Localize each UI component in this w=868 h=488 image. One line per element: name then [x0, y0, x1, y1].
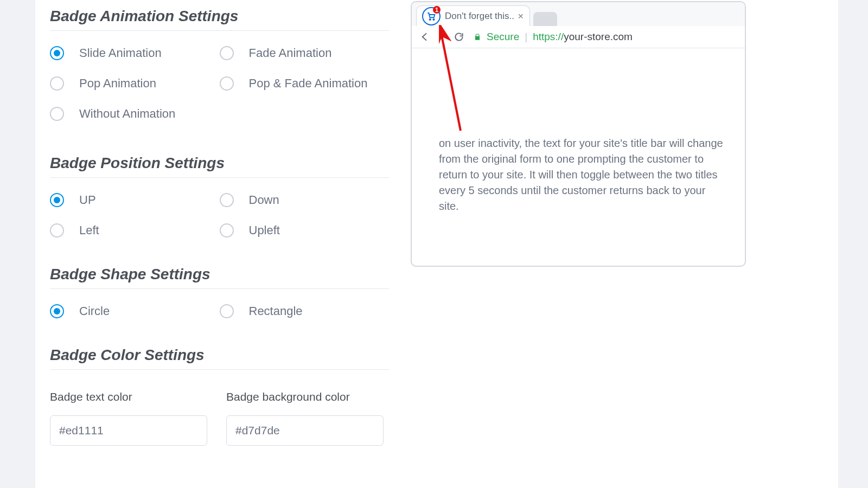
back-icon[interactable]	[416, 29, 432, 45]
radio-icon	[220, 76, 234, 91]
radio-pop-animation[interactable]: Pop Animation	[50, 76, 220, 91]
radio-icon	[50, 76, 64, 91]
radio-label: Upleft	[249, 223, 280, 237]
forward-icon	[433, 29, 450, 45]
radio-label: UP	[79, 193, 96, 207]
radio-icon	[220, 223, 234, 237]
animation-options: Slide Animation Fade Animation Pop Anima…	[50, 46, 389, 137]
separator: |	[525, 31, 527, 43]
color-input-wrap	[50, 415, 207, 446]
reload-icon[interactable]	[451, 29, 467, 45]
radio-label: Pop Animation	[79, 76, 156, 91]
radio-without-animation[interactable]: Without Animation	[50, 107, 229, 121]
color-input-wrap	[226, 415, 384, 446]
close-icon[interactable]: ✕	[518, 12, 524, 21]
radio-left[interactable]: Left	[50, 223, 220, 237]
radio-slide-animation[interactable]: Slide Animation	[50, 46, 220, 60]
radio-icon	[220, 46, 234, 60]
badge-bg-color-input[interactable]	[227, 416, 384, 445]
svg-point-0	[430, 18, 431, 20]
secure-label: Secure	[487, 31, 519, 43]
radio-icon	[50, 46, 64, 60]
radio-upleft[interactable]: Upleft	[220, 223, 390, 237]
radio-circle[interactable]: Circle	[50, 304, 220, 318]
radio-icon	[50, 193, 64, 207]
settings-form: Badge Animation Settings Slide Animation…	[50, 0, 389, 446]
position-options: UP Down Left Upleft	[50, 193, 389, 254]
preview-description: on user inactivity, the text for your si…	[439, 136, 727, 214]
favicon-badge: 1	[433, 6, 441, 14]
url-text: https://your-store.com	[533, 31, 633, 43]
radio-pop-fade-animation[interactable]: Pop & Fade Animation	[220, 76, 390, 91]
radio-rectangle[interactable]: Rectangle	[220, 304, 390, 318]
radio-label: Without Animation	[79, 107, 175, 121]
browser-tab[interactable]: 1 Don't forget this.. ✕	[416, 5, 530, 26]
url-protocol: https://	[533, 31, 564, 42]
svg-point-1	[433, 18, 434, 20]
browser-navbar: Secure | https://your-store.com	[412, 26, 745, 48]
new-tab-button[interactable]	[533, 12, 557, 26]
browser-preview: 1 Don't forget this.. ✕ Secure |	[411, 1, 746, 267]
radio-icon	[50, 223, 64, 237]
radio-label: Rectangle	[249, 304, 303, 318]
radio-label: Pop & Fade Animation	[249, 76, 368, 91]
radio-label: Left	[79, 223, 99, 237]
radio-icon	[220, 304, 234, 318]
radio-label: Fade Animation	[249, 46, 332, 60]
radio-label: Down	[249, 193, 279, 207]
shape-options: Circle Rectangle	[50, 304, 389, 335]
cart-icon: 1	[422, 7, 441, 25]
badge-bg-color-field: Badge background color	[226, 390, 384, 446]
radio-fade-animation[interactable]: Fade Animation	[220, 46, 390, 60]
section-title-color: Badge Color Settings	[50, 346, 389, 370]
color-label: Badge background color	[226, 390, 384, 403]
url-domain: your-store.com	[564, 31, 633, 42]
radio-label: Slide Animation	[79, 46, 162, 60]
tab-title: Don't forget this..	[445, 11, 515, 22]
section-title-animation: Badge Animation Settings	[50, 8, 389, 31]
badge-text-color-input[interactable]	[50, 416, 207, 445]
color-label: Badge text color	[50, 390, 207, 403]
radio-icon	[220, 193, 234, 207]
section-title-shape: Badge Shape Settings	[50, 266, 389, 289]
browser-tabbar: 1 Don't forget this.. ✕	[412, 2, 745, 26]
radio-label: Circle	[79, 304, 110, 318]
address-bar[interactable]: Secure | https://your-store.com	[474, 31, 741, 43]
radio-down[interactable]: Down	[220, 193, 390, 207]
radio-icon	[50, 107, 64, 121]
section-title-position: Badge Position Settings	[50, 155, 389, 178]
lock-icon	[474, 33, 481, 41]
badge-text-color-field: Badge text color	[50, 390, 207, 446]
radio-icon	[50, 304, 64, 318]
radio-up[interactable]: UP	[50, 193, 220, 207]
